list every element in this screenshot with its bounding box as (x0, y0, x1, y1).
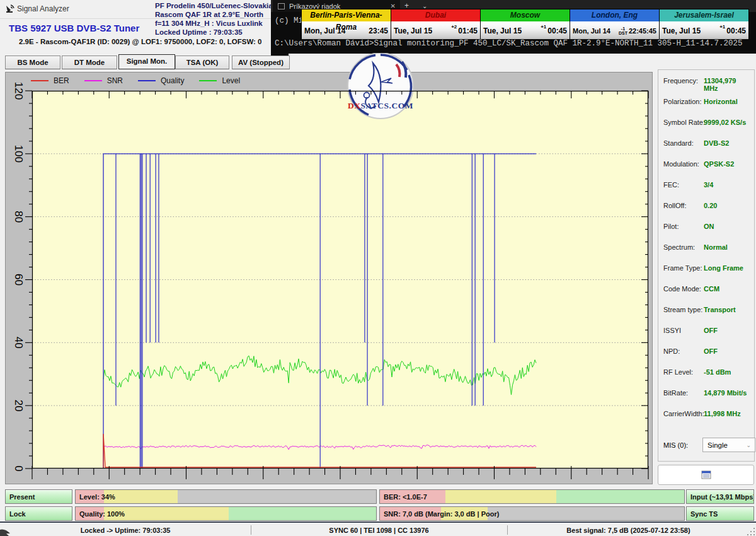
clock-time: 01:45 (458, 26, 478, 35)
legend-item-quality: Quality (138, 76, 184, 85)
tab-bs-mode[interactable]: BS Mode (5, 55, 60, 69)
tab-av-stopped-[interactable]: AV (Stopped) (232, 55, 290, 69)
param-value: ON (704, 223, 714, 230)
svg-text:60: 60 (13, 274, 25, 286)
param-label: Modulation: (663, 160, 699, 168)
param-row: CarrierWidth:11,998 MHz (663, 410, 752, 420)
legend-color-dash (199, 80, 217, 81)
param-label: Pilot: (663, 223, 679, 230)
clock-jerusalem: Jerusalem-IsraelTue, Jul 15+100:45 (660, 9, 749, 39)
bar-segment-gray (488, 507, 684, 520)
clock-date: Tue, Jul 15 (483, 26, 522, 35)
tab-signal-mon-[interactable]: Signal Mon. (118, 54, 175, 69)
svg-text:40: 40 (13, 337, 25, 349)
param-row: FEC:3/4 (663, 181, 752, 191)
param-label: ISSYI (663, 327, 681, 334)
signal-chart: 020406080100120 (6, 73, 652, 484)
param-value: Transport (704, 306, 736, 313)
clock-moscow: MoscowTue, Jul 15+100:45 (481, 9, 570, 39)
legend-color-dash (138, 80, 156, 81)
signal-chart-frame: BERSNRQualityLevel 020406080100120 (5, 72, 653, 484)
lock-bar: Lock (5, 506, 72, 521)
param-value: OFF (704, 327, 718, 334)
clock-utc-offset: +1 (719, 24, 725, 30)
param-row: Symbol Rate:9999,02 KS/s (663, 119, 752, 129)
mis-label: MIS (0): (663, 441, 688, 449)
tab-tsa-ok-[interactable]: TSA (OK) (175, 55, 229, 69)
param-label: Polarization: (663, 98, 702, 105)
world-clocks-row: Berlin-Paris-Vienna-RomaMon, Jul 1423:45… (301, 9, 749, 39)
param-label: Frame Type: (663, 264, 702, 272)
clock-dubai: DubaiTue, Jul 15+201:45 (391, 9, 481, 39)
level-bar-label: Level: 34% (79, 490, 115, 503)
clock-city-name: Moscow (481, 9, 570, 21)
param-label: Stream type: (663, 306, 702, 313)
param-label: CarrierWidth: (663, 410, 704, 417)
level-bar: Level: 34% (75, 489, 377, 504)
transport-stream-button[interactable] (658, 465, 754, 485)
site-info-line: f=11 304 MHz_H : Vicus Luxlink (155, 19, 275, 28)
bar-segment-green (229, 507, 376, 520)
param-label: RF Level: (663, 368, 693, 376)
chevron-down-icon: ⌄ (746, 442, 751, 448)
site-info-line: Locked Uptime : 79:03:35 (155, 28, 275, 37)
param-label: Spectrum: (663, 243, 695, 251)
lock-bar-label: Lock (9, 507, 26, 520)
param-label: FEC: (663, 181, 679, 189)
svg-text:100: 100 (13, 145, 25, 163)
param-value: 3/4 (704, 181, 713, 189)
sync-ts-bar-label: Sync TS (690, 507, 718, 520)
ber-bar-label: BER: <1.0E-7 (384, 490, 427, 503)
param-row: Code Mode:CCM (663, 285, 752, 295)
param-row: Stream type:Transport (663, 306, 752, 316)
param-row: Frequency:11304,979 MHz (663, 77, 752, 87)
present-bar: Present (5, 489, 72, 504)
svg-text:20: 20 (13, 400, 25, 412)
param-label: NPD: (663, 347, 680, 355)
tab-dt-mode[interactable]: DT Mode (62, 55, 117, 69)
legend-label: Quality (161, 76, 184, 85)
status-section-center: SYNC 60 | TEI 1098 | CC 13976 (251, 523, 507, 536)
legend-label: BER (54, 76, 69, 85)
param-value: 0.20 (704, 202, 717, 209)
clock-date: Tue, Jul 15 (662, 26, 701, 35)
param-value: 9999,02 KS/s (704, 119, 746, 126)
param-row: Modulation:QPSK-S2 (663, 160, 752, 170)
tuner-parameters-panel: MIS (0): Single ⌄ Frequency:11304,979 MH… (658, 69, 755, 462)
param-value: DVB-S2 (704, 139, 729, 147)
snr-bar: SNR: 7,0 dB (Margin: 3,0 dB | Poor) (379, 506, 685, 521)
param-value: Long Frame (704, 264, 743, 272)
clock-time: 00:45 (726, 26, 746, 35)
clock-utc-offset: +2 (451, 24, 457, 30)
quality-bar-label: Quality: 100% (79, 507, 125, 520)
param-row: Spectrum:Normal (663, 243, 752, 253)
mis-value: Single (707, 441, 728, 449)
param-value: QPSK-S2 (704, 160, 734, 168)
site-info-line: PF Prodelin 450/Lučenec-Slovakia (155, 1, 275, 10)
clock-city-name: Jerusalem-Israel (660, 9, 748, 21)
param-row: Standard:DVB-S2 (663, 139, 752, 149)
param-row: ISSYIOFF (663, 327, 752, 337)
param-label: Code Mode: (663, 285, 701, 293)
param-label: RollOff: (663, 202, 686, 209)
clock-date: Mon, Jul 14 (573, 27, 610, 35)
clock-utc-offset: +1 (541, 24, 546, 30)
arrow-artifact (0, 527, 14, 536)
clock-time: 23:45 (369, 26, 388, 35)
mis-dropdown[interactable]: Single ⌄ (702, 438, 755, 452)
bar-segment-green (556, 490, 684, 503)
param-value: CCM (704, 285, 719, 293)
param-value: 11,998 MHz (704, 410, 741, 417)
clock-dst-offset: -1DST (619, 26, 627, 35)
clock-date: Tue, Jul 15 (394, 26, 432, 35)
param-row: Frame Type:Long Frame (663, 264, 752, 274)
param-row: Polarization:Horizontal (663, 98, 752, 108)
site-info-line: Rascom QAF 1R at 2.9°E_North (155, 10, 275, 19)
tuner-title: TBS 5927 USB DVB-S2 Tuner (9, 23, 139, 33)
app-icon (5, 4, 15, 14)
sync-ts-bar: Sync TS (686, 506, 754, 521)
window-title: Signal Analyzer (17, 4, 69, 13)
site-info-block: PF Prodelin 450/Lučenec-Slovakia Rascom … (155, 1, 275, 37)
console-line-copyright: (c) Mi (275, 16, 303, 25)
param-row: BitRate:14,879 Mbit/s (663, 389, 752, 399)
